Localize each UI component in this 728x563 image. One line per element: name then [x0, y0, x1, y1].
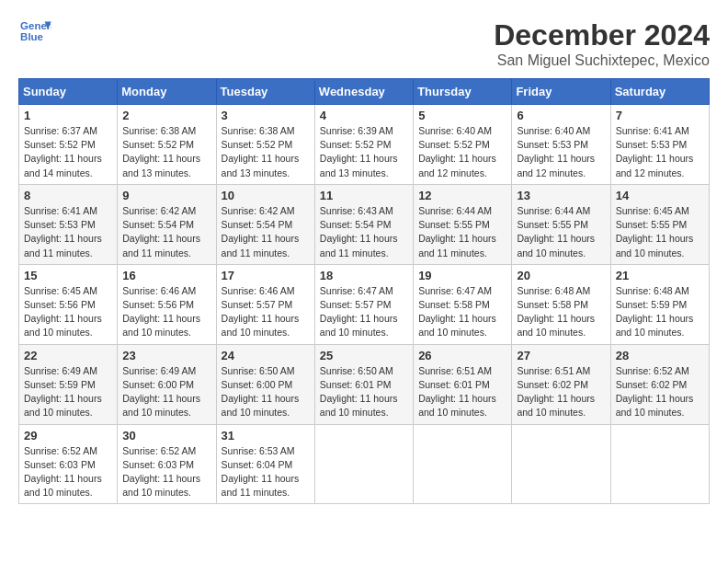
- day-info-15: Sunrise: 6:45 AMSunset: 5:56 PMDaylight:…: [24, 284, 112, 340]
- day-info-16: Sunrise: 6:46 AMSunset: 5:56 PMDaylight:…: [122, 284, 210, 340]
- day-number-31: 31: [222, 429, 310, 442]
- day-info-23: Sunrise: 6:49 AMSunset: 6:00 PMDaylight:…: [122, 364, 210, 420]
- svg-text:Blue: Blue: [20, 31, 43, 42]
- empty-cell: [314, 424, 413, 504]
- week-row-3: 15Sunrise: 6:45 AMSunset: 5:56 PMDayligh…: [19, 264, 710, 344]
- title-area: December 2024 San Miguel Suchixtepec, Me…: [494, 18, 710, 69]
- day-number-14: 14: [616, 189, 704, 202]
- day-cell-19: 19Sunrise: 6:47 AMSunset: 5:58 PMDayligh…: [414, 264, 512, 344]
- day-cell-25: 25Sunrise: 6:50 AMSunset: 6:01 PMDayligh…: [314, 344, 413, 424]
- day-info-2: Sunrise: 6:38 AMSunset: 5:52 PMDaylight:…: [122, 124, 210, 180]
- day-cell-27: 27Sunrise: 6:51 AMSunset: 6:02 PMDayligh…: [512, 344, 610, 424]
- day-cell-1: 1Sunrise: 6:37 AMSunset: 5:52 PMDaylight…: [19, 105, 118, 185]
- day-cell-10: 10Sunrise: 6:42 AMSunset: 5:54 PMDayligh…: [216, 184, 314, 264]
- day-info-3: Sunrise: 6:38 AMSunset: 5:52 PMDaylight:…: [222, 124, 310, 180]
- calendar-table: SundayMondayTuesdayWednesdayThursdayFrid…: [18, 78, 710, 504]
- day-number-29: 29: [24, 429, 112, 442]
- day-cell-11: 11Sunrise: 6:43 AMSunset: 5:54 PMDayligh…: [314, 184, 413, 264]
- day-cell-8: 8Sunrise: 6:41 AMSunset: 5:53 PMDaylight…: [19, 184, 118, 264]
- weekday-header-row: SundayMondayTuesdayWednesdayThursdayFrid…: [19, 79, 710, 105]
- logo: General Blue: [18, 18, 51, 46]
- day-info-27: Sunrise: 6:51 AMSunset: 6:02 PMDaylight:…: [517, 364, 605, 420]
- day-info-18: Sunrise: 6:47 AMSunset: 5:57 PMDaylight:…: [320, 284, 408, 340]
- day-info-21: Sunrise: 6:48 AMSunset: 5:59 PMDaylight:…: [616, 284, 704, 340]
- day-info-8: Sunrise: 6:41 AMSunset: 5:53 PMDaylight:…: [24, 204, 112, 260]
- day-cell-4: 4Sunrise: 6:39 AMSunset: 5:52 PMDaylight…: [314, 105, 413, 185]
- day-info-13: Sunrise: 6:44 AMSunset: 5:55 PMDaylight:…: [517, 204, 605, 260]
- weekday-header-saturday: Saturday: [610, 79, 709, 105]
- day-number-6: 6: [517, 109, 605, 122]
- empty-cell: [610, 424, 709, 504]
- day-number-19: 19: [418, 269, 506, 282]
- day-number-11: 11: [320, 189, 408, 202]
- week-row-5: 29Sunrise: 6:52 AMSunset: 6:03 PMDayligh…: [19, 424, 710, 504]
- day-info-22: Sunrise: 6:49 AMSunset: 5:59 PMDaylight:…: [24, 364, 112, 420]
- day-number-20: 20: [517, 269, 605, 282]
- day-info-10: Sunrise: 6:42 AMSunset: 5:54 PMDaylight:…: [222, 204, 310, 260]
- day-cell-23: 23Sunrise: 6:49 AMSunset: 6:00 PMDayligh…: [118, 344, 216, 424]
- day-info-20: Sunrise: 6:48 AMSunset: 5:58 PMDaylight:…: [517, 284, 605, 340]
- day-number-10: 10: [222, 189, 310, 202]
- day-cell-6: 6Sunrise: 6:40 AMSunset: 5:53 PMDaylight…: [512, 105, 610, 185]
- day-cell-2: 2Sunrise: 6:38 AMSunset: 5:52 PMDaylight…: [118, 105, 216, 185]
- day-number-5: 5: [418, 109, 506, 122]
- empty-cell: [512, 424, 610, 504]
- day-info-9: Sunrise: 6:42 AMSunset: 5:54 PMDaylight:…: [122, 204, 210, 260]
- day-number-22: 22: [24, 349, 112, 362]
- day-cell-18: 18Sunrise: 6:47 AMSunset: 5:57 PMDayligh…: [314, 264, 413, 344]
- day-info-17: Sunrise: 6:46 AMSunset: 5:57 PMDaylight:…: [222, 284, 310, 340]
- day-number-26: 26: [418, 349, 506, 362]
- day-info-25: Sunrise: 6:50 AMSunset: 6:01 PMDaylight:…: [320, 364, 408, 420]
- weekday-header-wednesday: Wednesday: [314, 79, 413, 105]
- day-number-4: 4: [320, 109, 408, 122]
- day-cell-13: 13Sunrise: 6:44 AMSunset: 5:55 PMDayligh…: [512, 184, 610, 264]
- day-number-27: 27: [517, 349, 605, 362]
- day-cell-15: 15Sunrise: 6:45 AMSunset: 5:56 PMDayligh…: [19, 264, 118, 344]
- day-number-17: 17: [222, 269, 310, 282]
- day-cell-17: 17Sunrise: 6:46 AMSunset: 5:57 PMDayligh…: [216, 264, 314, 344]
- day-cell-29: 29Sunrise: 6:52 AMSunset: 6:03 PMDayligh…: [19, 424, 118, 504]
- logo-icon: General Blue: [18, 18, 51, 46]
- week-row-1: 1Sunrise: 6:37 AMSunset: 5:52 PMDaylight…: [19, 105, 710, 185]
- week-row-4: 22Sunrise: 6:49 AMSunset: 5:59 PMDayligh…: [19, 344, 710, 424]
- day-number-18: 18: [320, 269, 408, 282]
- day-cell-21: 21Sunrise: 6:48 AMSunset: 5:59 PMDayligh…: [610, 264, 709, 344]
- day-cell-24: 24Sunrise: 6:50 AMSunset: 6:00 PMDayligh…: [216, 344, 314, 424]
- weekday-header-monday: Monday: [118, 79, 216, 105]
- day-info-14: Sunrise: 6:45 AMSunset: 5:55 PMDaylight:…: [616, 204, 704, 260]
- day-cell-3: 3Sunrise: 6:38 AMSunset: 5:52 PMDaylight…: [216, 105, 314, 185]
- day-cell-12: 12Sunrise: 6:44 AMSunset: 5:55 PMDayligh…: [414, 184, 512, 264]
- day-number-3: 3: [222, 109, 310, 122]
- month-title: December 2024: [494, 18, 710, 52]
- day-number-2: 2: [122, 109, 210, 122]
- day-cell-28: 28Sunrise: 6:52 AMSunset: 6:02 PMDayligh…: [610, 344, 709, 424]
- day-info-1: Sunrise: 6:37 AMSunset: 5:52 PMDaylight:…: [24, 124, 112, 180]
- day-cell-22: 22Sunrise: 6:49 AMSunset: 5:59 PMDayligh…: [19, 344, 118, 424]
- day-cell-20: 20Sunrise: 6:48 AMSunset: 5:58 PMDayligh…: [512, 264, 610, 344]
- location-title: San Miguel Suchixtepec, Mexico: [494, 52, 710, 69]
- weekday-header-thursday: Thursday: [414, 79, 512, 105]
- day-number-15: 15: [24, 269, 112, 282]
- weekday-header-friday: Friday: [512, 79, 610, 105]
- day-number-13: 13: [517, 189, 605, 202]
- day-cell-9: 9Sunrise: 6:42 AMSunset: 5:54 PMDaylight…: [118, 184, 216, 264]
- day-info-26: Sunrise: 6:51 AMSunset: 6:01 PMDaylight:…: [418, 364, 506, 420]
- day-info-19: Sunrise: 6:47 AMSunset: 5:58 PMDaylight:…: [418, 284, 506, 340]
- day-number-25: 25: [320, 349, 408, 362]
- page-header: General Blue December 2024 San Miguel Su…: [18, 18, 710, 69]
- day-number-21: 21: [616, 269, 704, 282]
- day-number-24: 24: [222, 349, 310, 362]
- day-number-30: 30: [122, 429, 210, 442]
- day-number-12: 12: [418, 189, 506, 202]
- day-info-29: Sunrise: 6:52 AMSunset: 6:03 PMDaylight:…: [24, 444, 112, 500]
- day-info-5: Sunrise: 6:40 AMSunset: 5:52 PMDaylight:…: [418, 124, 506, 180]
- week-row-2: 8Sunrise: 6:41 AMSunset: 5:53 PMDaylight…: [19, 184, 710, 264]
- day-number-28: 28: [616, 349, 704, 362]
- day-cell-31: 31Sunrise: 6:53 AMSunset: 6:04 PMDayligh…: [216, 424, 314, 504]
- day-info-24: Sunrise: 6:50 AMSunset: 6:00 PMDaylight:…: [222, 364, 310, 420]
- day-number-16: 16: [122, 269, 210, 282]
- day-cell-30: 30Sunrise: 6:52 AMSunset: 6:03 PMDayligh…: [118, 424, 216, 504]
- day-cell-7: 7Sunrise: 6:41 AMSunset: 5:53 PMDaylight…: [610, 105, 709, 185]
- day-info-12: Sunrise: 6:44 AMSunset: 5:55 PMDaylight:…: [418, 204, 506, 260]
- empty-cell: [414, 424, 512, 504]
